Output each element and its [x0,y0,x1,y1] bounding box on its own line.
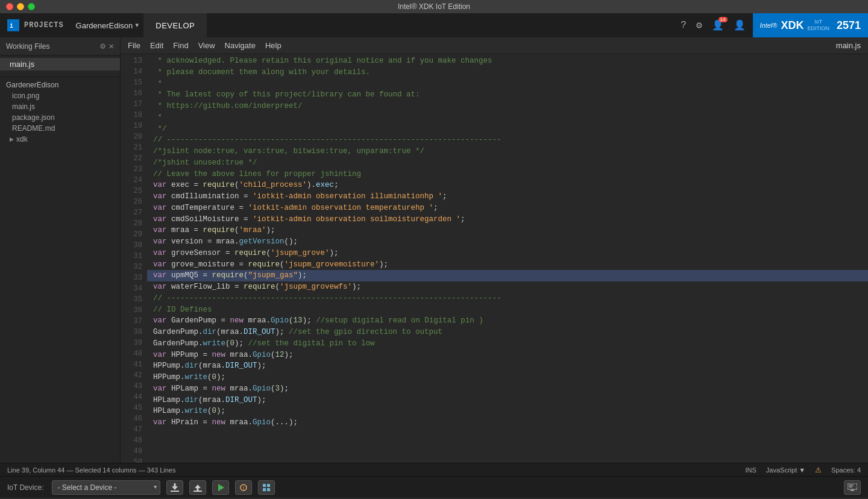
project-dropdown-icon[interactable]: ▼ [135,22,139,29]
svg-marker-8 [218,484,224,491]
close-button[interactable] [6,3,13,10]
sidebar-project-section: GardenerEdison icon.png main.js package.… [0,77,120,147]
run-button[interactable] [212,480,229,495]
sidebar-settings-icon[interactable]: ⚙ [100,41,105,51]
editor-filename: main.js [836,41,861,50]
window-title: Intel® XDK IoT Edition [398,2,470,11]
menu-navigate[interactable]: Navigate [225,41,256,50]
code-line-27: var exec = require('child_process').exec… [147,180,868,191]
sidebar-file-main-js[interactable]: main.js [0,58,120,71]
topnav-right: ? ⚙ 👤 14 👤 Intel® XDK IoTEDITION 2571 [673,13,868,37]
projects-area: i PROJECTS [0,13,71,37]
code-content[interactable]: * acknowledged. Please retain this origi… [147,54,868,463]
menu-help[interactable]: Help [265,41,281,50]
window-controls [6,3,35,10]
menu-edit[interactable]: Edit [150,41,163,50]
help-icon[interactable]: ? [681,20,687,31]
code-line-42: // IO Defines [147,304,868,316]
minimize-button[interactable] [17,3,24,10]
code-line-19: */ [147,124,868,135]
topnav-icons: ? ⚙ 👤 14 👤 [673,19,752,31]
code-line-13: * acknowledged. Please retain this origi… [147,55,868,67]
code-line-20: // -------------------------------------… [147,134,868,146]
code-line-41: // -------------------------------------… [147,293,868,304]
maximize-button[interactable] [28,3,35,10]
code-line-53: HPLamp.write(0); [147,406,868,417]
svg-rect-13 [263,488,266,491]
statusbar-ins: INS [745,466,756,474]
statusbar-position: Line 39, Column 44 — Selected 14 columns… [7,466,175,474]
svg-marker-5 [195,485,201,488]
code-line-52: HPLamp.dir(mraa.DIR_OUT); [147,395,868,406]
project-name: GardenerEdison [76,21,133,30]
main-content: Working Files ⚙ ✕ main.js GardenerEdison… [0,37,868,463]
svg-rect-7 [193,491,202,492]
folder-xdk-label: xdk [16,135,28,143]
code-line-55: var HPrain = new mraa.Gpio(...); [147,417,868,428]
statusbar-warning-icon: ⚠ [815,466,822,474]
svg-rect-3 [174,483,176,486]
svg-rect-4 [171,491,179,492]
user-icon[interactable]: 👤 [734,19,746,31]
statusbar-language-arrow[interactable]: ▼ [799,466,805,474]
svg-marker-2 [172,486,178,490]
folder-triangle-icon: ▶ [10,136,14,142]
topnav-left: i PROJECTS GardenerEdison ▼ DEVELOP [0,13,207,37]
code-line-23: /*jshint unused:true */ [147,157,868,169]
editor-area: File Edit Find View Navigate Help main.j… [121,37,868,463]
svg-rect-17 [849,486,852,488]
svg-rect-12 [267,484,270,487]
titlebar: Intel® XDK IoT Edition [0,0,868,13]
build-button[interactable] [258,480,275,495]
iot-device-label: IoT Device: [7,483,43,492]
code-line-48: HPPump.dir(mraa.DIR_OUT); [147,360,868,372]
statusbar-right: INS JavaScript ▼ ⚠ Spaces: 4 [745,466,861,474]
editor-menubar: File Edit Find View Navigate Help main.j… [121,37,868,54]
projects-label: PROJECTS [24,21,64,30]
statusbar-language: JavaScript ▼ [766,466,805,474]
settings-icon[interactable]: ⚙ [696,19,702,31]
code-line-38: var upmMQ5 = require("jsupm_gas"); [147,270,868,281]
code-line-16: * The latest copy of this project/librar… [147,89,868,101]
intel-badge: Intel® XDK IoTEDITION 2571 [753,13,868,37]
debug-button[interactable]: ! [235,480,252,495]
project-name-area[interactable]: GardenerEdison ▼ [71,21,144,30]
menu-find[interactable]: Find [173,41,188,50]
sidebar-project-heading: GardenerEdison [6,81,114,89]
svg-rect-11 [263,484,266,487]
sidebar-header-icons: ⚙ ✕ [100,41,114,51]
code-line-22: /*jslint node:true, vars:true, bitwise:t… [147,146,868,157]
code-line-37: var grove_moisture = require('jsupm_grov… [147,259,868,271]
develop-tab[interactable]: DEVELOP [143,13,207,37]
svg-rect-16 [849,485,854,486]
sidebar: Working Files ⚙ ✕ main.js GardenerEdison… [0,37,121,463]
code-line-36: var groveSensor = require('jsupm_grove')… [147,248,868,259]
code-line-14: * please document them along with your d… [147,67,868,78]
menu-view[interactable]: View [198,41,215,50]
code-line-47: var HPPump = new mraa.Gpio(12); [147,350,868,361]
sidebar-file-main-js-project[interactable]: main.js [6,101,114,112]
sidebar-folder-xdk[interactable]: ▶ xdk [6,134,114,145]
code-line-34: var version = mraa.getVersion(); [147,236,868,248]
sidebar-file-icon-png[interactable]: icon.png [6,90,114,101]
device-select-wrapper: - Select a Device - [52,480,160,495]
topnav: i PROJECTS GardenerEdison ▼ DEVELOP ? ⚙ … [0,13,868,37]
bottom-right [844,480,861,495]
notifications-icon[interactable]: 👤 14 [712,19,724,31]
sidebar-file-package-json[interactable]: package.json [6,112,114,123]
code-line-29: var cmdTemperature = 'iotkit-admin obser… [147,202,868,214]
sidebar-file-readme[interactable]: README.md [6,123,114,134]
serial-monitor-button[interactable] [844,480,861,495]
menu-file[interactable]: File [128,41,140,50]
code-line-17: * https://github.com/inderpreet/ [147,101,868,112]
code-line-15: * [147,78,868,90]
sidebar-close-icon[interactable]: ✕ [109,41,114,51]
download-button[interactable] [166,480,183,495]
intel-badge-iot: IoTEDITION [807,19,829,32]
code-line-30: var cmdSoilMoisture = 'iotkit-admin obse… [147,214,868,225]
device-select[interactable]: - Select a Device - [52,480,160,495]
code-editor[interactable]: 131415 161718 192021 222324 252627 28293… [121,54,868,463]
svg-text:i: i [10,23,13,30]
code-line-18: * [147,112,868,124]
upload-button[interactable] [189,480,206,495]
